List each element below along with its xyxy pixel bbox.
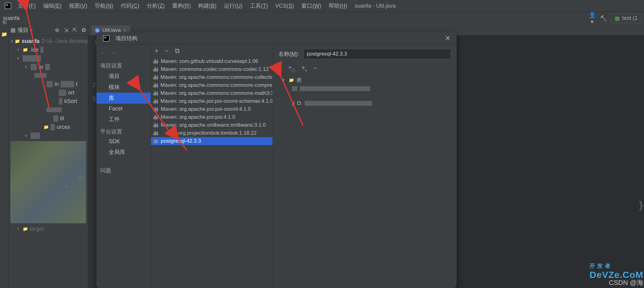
project-view-icon[interactable]: ▦ [10, 27, 16, 33]
tree-row[interactable]: xxort [9, 88, 88, 97]
library-row[interactable]: Maven: org.apache.xmlbeans:xmlbeans:3.1.… [151, 121, 273, 129]
library-icon [153, 59, 158, 63]
menu-code[interactable]: 代码(C) [117, 0, 143, 11]
menu-file[interactable]: 文件(F) [14, 0, 40, 11]
nav-item-facets[interactable]: Facet [96, 104, 151, 114]
library-row[interactable]: Maven: com.github.virtuald:curvesapi:1.0… [151, 57, 273, 65]
add-with-dot-icon[interactable]: +● [301, 64, 307, 72]
tree-row-target[interactable]: >📁target [9, 225, 88, 233]
user-icon[interactable]: 👤▾ [589, 12, 596, 25]
library-icon [153, 67, 158, 71]
menu-analyze[interactable]: 分析(Z) [143, 0, 168, 11]
project-tree[interactable]: v📁 suanfa D:\A--Java developmen >📁.idea … [9, 36, 88, 288]
run-config-label: test (1 [622, 15, 638, 21]
intellij-logo-icon [103, 35, 110, 42]
intellij-logo-icon [4, 2, 12, 10]
tree-root[interactable]: v📁 suanfa D:\A--Java developmen [9, 37, 88, 45]
tree-row[interactable]: 📁xurces [9, 123, 88, 131]
library-row-selected[interactable]: postgresql-42.3.3 [151, 137, 273, 145]
menu-tools[interactable]: 工具(T) [246, 0, 272, 11]
library-row[interactable]: Maven: org.apache.commons:commons-collec… [151, 73, 273, 81]
library-detail-panel: 名称(M): + +◯ +● − ▾ 📁 类 x xxxxxxxxxxxxxx … [273, 44, 457, 288]
nav-back-icon[interactable]: ← [100, 49, 106, 56]
tree-row[interactable]: vxxma [9, 63, 88, 71]
build-icon[interactable]: 🔨 [600, 15, 607, 22]
navigation-bar: suanfa 〉 👤▾ 🔨 ▦ test (1 [0, 12, 644, 25]
library-row[interactable]: Maven: org.apache.commons:commons-compre… [151, 81, 273, 89]
nav-forward-icon[interactable]: → [111, 49, 117, 56]
class-file-row[interactable]: ▮ D: xxxxxxxxxxxx [278, 99, 451, 108]
library-icon [153, 139, 158, 143]
map-preview: sx it t [10, 141, 86, 223]
library-detail-toolbar: + +◯ +● − [278, 64, 451, 72]
library-row[interactable]: Maven: org.apache.commons:commons-math3:… [151, 89, 273, 97]
tree-row[interactable]: vxx [9, 131, 88, 140]
menu-help[interactable]: 帮助(H) [325, 0, 351, 11]
window-title: suanfa - Util.java [355, 3, 396, 9]
expand-all-icon[interactable]: ⇲ [64, 27, 68, 33]
collapse-all-icon[interactable]: ⇱ [73, 27, 77, 33]
project-panel-title: 项目 [17, 26, 28, 34]
library-icon [153, 99, 158, 103]
nav-item-project[interactable]: 项目 [96, 71, 151, 82]
breadcrumb-separator-icon: 〉 [23, 15, 28, 22]
tree-row[interactable]: xxx [9, 106, 88, 114]
tree-row[interactable]: xtil [9, 114, 88, 123]
watermark-devze: 开 发 者 DeVZe.CoM [589, 262, 643, 280]
add-url-root-icon[interactable]: +◯ [288, 64, 296, 72]
remove-library-icon[interactable]: − [165, 47, 169, 55]
select-target-icon[interactable]: ⊕ [55, 27, 59, 33]
watermark-csdn: CSDN @海 [609, 278, 643, 287]
menu-edit[interactable]: 编辑(E) [40, 0, 65, 11]
name-label: 名称(M): [278, 50, 299, 58]
classes-node[interactable]: ▾ 📁 类 [278, 76, 451, 84]
tree-row[interactable]: xkSort [9, 97, 88, 106]
menu-navigate[interactable]: 导航(N) [91, 0, 117, 11]
close-icon[interactable]: ✕ [443, 33, 453, 44]
library-icon [153, 91, 158, 95]
library-icon [153, 123, 158, 127]
add-root-icon[interactable]: + [278, 65, 282, 72]
nav-item-artifacts[interactable]: 工件 [96, 114, 151, 125]
project-panel-header: ▦ 项目 ▾ ⊕ ⇲ ⇱ ✿ [9, 25, 88, 36]
tree-row[interactable]: >📁.idea [9, 45, 88, 54]
libraries-toolbar: + − ⧉ [151, 44, 273, 57]
menu-build[interactable]: 构建(B) [194, 0, 220, 11]
copy-library-icon[interactable]: ⧉ [175, 47, 180, 55]
folder-icon[interactable]: 📁 [1, 31, 7, 37]
run-config-icon: ▦ [615, 15, 620, 22]
class-file-row[interactable]: x xxxxxxxxxxxxxx [278, 84, 451, 93]
library-row[interactable]: ven: org.projectlombok:lombok:1.18.22 [151, 129, 273, 137]
library-name-input[interactable] [303, 49, 451, 59]
tree-row[interactable]: xxx [9, 71, 88, 80]
library-row[interactable]: Maven: org.apache.poi:poi-ooxml-schemas:… [151, 97, 273, 105]
remove-root-icon[interactable]: − [313, 65, 317, 72]
jar-icon: ▮ [292, 100, 295, 107]
nav-item-sdks[interactable]: SDK [96, 136, 151, 147]
libraries-list[interactable]: Maven: com.github.virtuald:curvesapi:1.0… [151, 57, 273, 288]
menu-vcs[interactable]: VCS(S) [272, 1, 298, 11]
menu-view[interactable]: 视图(V) [65, 0, 91, 11]
libraries-list-panel: + − ⧉ Maven: com.github.virtuald:curvesa… [151, 44, 273, 288]
menu-window[interactable]: 窗口(W) [298, 0, 325, 11]
dialog-titlebar[interactable]: 项目结构 ✕ [96, 32, 457, 44]
menu-refactor[interactable]: 重构(R) [168, 0, 194, 11]
breadcrumb-root[interactable]: suanfa [3, 15, 20, 21]
nav-item-libraries[interactable]: 库 [96, 93, 151, 104]
menu-run[interactable]: 运行(U) [220, 0, 246, 11]
run-configuration-selector[interactable]: ▦ test (1 [611, 13, 642, 23]
project-structure-dialog: 项目结构 ✕ ← → 项目设置 项目 模块 库 Facet 工件 平台设置 SD… [96, 32, 457, 288]
library-row[interactable]: Maven: commons-codec:commons-codec:1.12 [151, 65, 273, 73]
nav-item-global-libs[interactable]: 全局库 [96, 147, 151, 158]
library-row[interactable]: Maven: org.apache.poi:poi:4.1.0 [151, 113, 273, 121]
project-panel: ▦ 项目 ▾ ⊕ ⇲ ⇱ ✿ v📁 suanfa D:\A--Java deve… [9, 25, 88, 288]
tree-row[interactable]: vxxxxx [9, 54, 88, 63]
add-library-icon[interactable]: + [155, 47, 159, 55]
nav-item-modules[interactable]: 模块 [96, 82, 151, 93]
library-row[interactable]: Maven: org.apache.poi:poi-ooxml:4.1.0 [151, 105, 273, 113]
tree-row[interactable]: xinxxxxt [9, 80, 88, 88]
settings-icon[interactable]: ✿ [81, 27, 86, 33]
library-icon [153, 83, 158, 87]
dropdown-icon[interactable]: ▾ [30, 28, 32, 33]
nav-item-problems[interactable]: 问题 [96, 164, 151, 175]
